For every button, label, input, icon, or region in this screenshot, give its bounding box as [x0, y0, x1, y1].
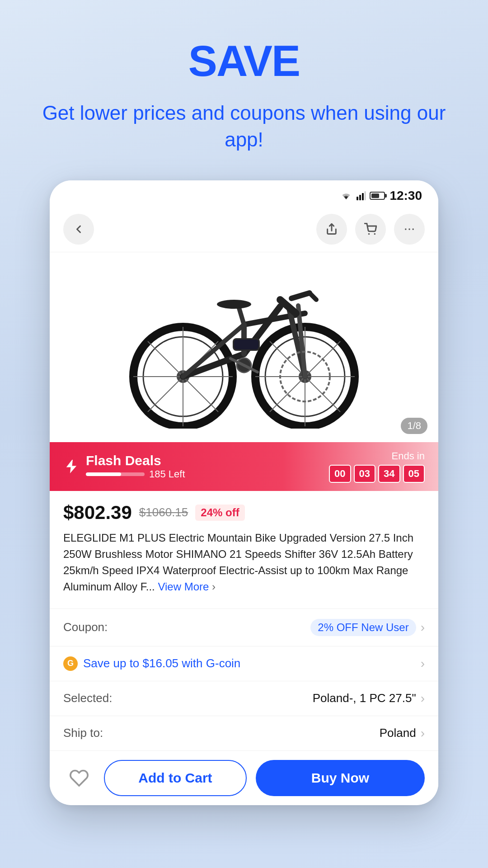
nav-right-buttons [316, 214, 425, 245]
hero-subtitle: Get lower prices and coupons when using … [27, 99, 461, 153]
flash-progress-fill [86, 472, 121, 476]
flash-left-count: 185 Left [149, 468, 185, 480]
svg-line-40 [291, 293, 310, 298]
ship-value: Poland [380, 726, 416, 740]
countdown-timer: 00 03 34 05 [329, 465, 425, 483]
gcoin-left: G Save up to $16.05 with G-coin [63, 656, 240, 671]
coupon-value: 2% OFF New User › [310, 619, 425, 636]
selected-row[interactable]: Selected: Poland-, 1 PC 27.5" › [50, 681, 438, 716]
gcoin-row[interactable]: G Save up to $16.05 with G-coin › [50, 646, 438, 681]
ship-label: Ship to: [63, 726, 103, 740]
gcoin-icon: G [63, 656, 78, 671]
flash-progress-bar [86, 472, 145, 476]
image-counter: 1/8 [401, 418, 427, 434]
svg-point-8 [408, 228, 410, 230]
svg-point-7 [405, 228, 407, 230]
countdown-hours: 00 [329, 465, 351, 483]
flash-deals-right: Ends in 00 03 34 05 [329, 450, 425, 483]
svg-rect-2 [362, 193, 364, 200]
signal-icon [356, 191, 366, 200]
flash-bolt-icon [63, 458, 80, 475]
nav-bar [50, 207, 438, 252]
discount-badge: 24% off [195, 505, 244, 521]
product-info: $802.39 $1060.15 24% off ELEGLIDE M1 PLU… [50, 491, 438, 609]
countdown-seconds-tens: 34 [378, 465, 400, 483]
svg-rect-45 [234, 340, 258, 349]
svg-rect-1 [359, 195, 361, 200]
wifi-icon [340, 191, 352, 200]
svg-line-20 [148, 377, 183, 412]
countdown-minutes: 03 [354, 465, 375, 483]
svg-rect-3 [365, 191, 366, 200]
coupon-tag: 2% OFF New User [310, 619, 416, 636]
price-original: $1060.15 [139, 505, 188, 519]
svg-line-18 [183, 377, 218, 412]
cart-button[interactable] [355, 214, 386, 245]
hero-save-title: SAVE [188, 36, 300, 86]
svg-line-42 [239, 307, 244, 325]
status-icons [340, 191, 385, 200]
battery-icon [370, 192, 385, 200]
svg-line-31 [270, 377, 305, 412]
action-bar: Add to Cart Buy Now [50, 750, 438, 805]
countdown-seconds-ones: 05 [403, 465, 425, 483]
share-button[interactable] [316, 214, 347, 245]
coupon-chevron-icon: › [421, 620, 425, 635]
gcoin-text: Save up to $16.05 with G-coin [83, 656, 240, 670]
product-image-area: 1/8 [50, 252, 438, 442]
price-main: $802.39 [63, 502, 132, 524]
svg-point-43 [217, 300, 251, 309]
coupon-row[interactable]: Coupon: 2% OFF New User › [50, 609, 438, 646]
add-to-cart-button[interactable]: Add to Cart [104, 760, 247, 796]
coupon-label: Coupon: [63, 620, 108, 634]
svg-point-6 [374, 233, 376, 235]
selected-label: Selected: [63, 691, 112, 705]
ship-chevron-icon: › [421, 726, 425, 741]
gcoin-chevron-icon: › [421, 656, 425, 671]
flash-deals-banner[interactable]: Flash Deals 185 Left Ends in 00 03 34 05 [50, 442, 438, 491]
selected-chevron-icon: › [421, 691, 425, 706]
svg-rect-0 [357, 197, 358, 200]
buy-now-button[interactable]: Buy Now [256, 760, 425, 796]
view-more[interactable]: View More › [158, 580, 216, 593]
flash-text-group: Flash Deals 185 Left [86, 453, 185, 480]
ends-in-label: Ends in [392, 450, 425, 462]
status-time: 12:30 [389, 189, 422, 203]
svg-line-39 [280, 300, 296, 313]
svg-line-41 [310, 293, 316, 300]
status-bar: 12:30 [50, 180, 438, 207]
flash-deals-left: Flash Deals 185 Left [63, 453, 185, 480]
phone-frame: 12:30 [50, 180, 438, 805]
svg-line-17 [148, 341, 183, 377]
more-button[interactable] [394, 214, 425, 245]
ship-row[interactable]: Ship to: Poland › [50, 716, 438, 750]
flash-progress-wrap: 185 Left [86, 468, 185, 480]
svg-point-9 [412, 228, 414, 230]
product-image [117, 266, 371, 429]
svg-point-5 [368, 233, 370, 235]
product-title: ELEGLIDE M1 PLUS Electric Mountain Bike … [63, 530, 425, 595]
price-row: $802.39 $1060.15 24% off [63, 502, 425, 524]
flash-deals-title: Flash Deals [86, 453, 185, 468]
back-button[interactable] [63, 214, 94, 245]
wishlist-button[interactable] [63, 762, 95, 794]
selected-value: Poland-, 1 PC 27.5" [313, 691, 416, 705]
